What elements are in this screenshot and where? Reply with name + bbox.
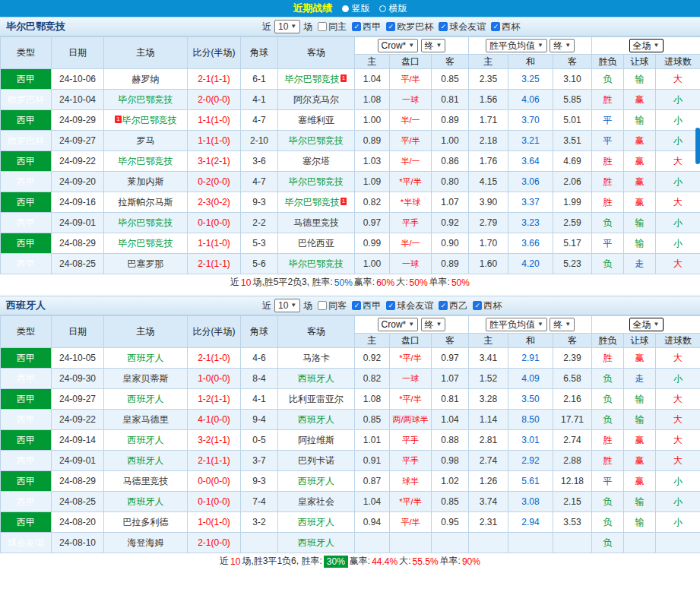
checkbox-same-venue[interactable]: 同主 <box>318 21 347 33</box>
team-link[interactable]: 阿尔克马尔 <box>293 94 339 105</box>
result-cell: 胜 <box>592 430 624 451</box>
team-link[interactable]: 巴伦西亚 <box>298 238 334 249</box>
asia-home-odds: 1.09 <box>355 172 390 192</box>
team-link[interactable]: 西班牙人 <box>128 435 164 445</box>
radio-vertical-layout[interactable]: 竖版 <box>342 2 370 15</box>
europe-time-select[interactable]: 终 ▼ <box>550 39 575 52</box>
near-count-select[interactable]: 10 ▼ <box>274 299 300 312</box>
match-type: 西甲 <box>1 192 52 213</box>
team-link[interactable]: 毕尔巴鄂竞技 <box>119 156 173 166</box>
team-link[interactable]: 巴拉多利德 <box>123 517 169 527</box>
asia-handicap: 平手 <box>390 213 432 233</box>
team-link[interactable]: 皇家社会 <box>298 496 334 507</box>
team-link[interactable]: 西班牙人 <box>298 476 334 486</box>
asia-away-odds: 0.89 <box>432 110 469 131</box>
away-team-cell: 西班牙人 <box>278 410 355 430</box>
scrollbar-thumb[interactable] <box>695 128 700 164</box>
team-link[interactable]: 马德里竞技 <box>293 217 339 228</box>
score-cell: 0-2(0-0) <box>188 172 241 192</box>
checkbox-league-laliga[interactable]: 西甲 <box>352 21 381 33</box>
team-link[interactable]: 毕尔巴鄂竞技 <box>289 135 344 146</box>
checkbox-league-copa[interactable]: 西杯 <box>473 299 502 312</box>
team-link[interactable]: 西班牙人 <box>128 394 164 404</box>
team-link[interactable]: 毕尔巴鄂竞技 <box>119 238 173 249</box>
filter-bar: 近 10 ▼ 场 同客 西甲 球会友谊 <box>262 299 502 312</box>
match-type: 西甲 <box>1 369 52 389</box>
team-link[interactable]: 毕尔巴鄂竞技 <box>285 74 340 84</box>
team-link[interactable]: 毕尔巴鄂竞技 <box>119 94 173 105</box>
col-corner: 角球 <box>241 316 278 348</box>
odds-company-select[interactable]: Crow* ▼ <box>378 39 419 52</box>
team-link[interactable]: 马洛卡 <box>302 353 330 363</box>
match-date: 24-09-20 <box>52 172 104 192</box>
near-count-select[interactable]: 10 ▼ <box>274 20 300 33</box>
team-link[interactable]: 巴塞罗那 <box>128 258 164 269</box>
match-row: 西甲24-09-01西班牙人2-1(1-1)3-7巴列卡诺0.91平手0.982… <box>1 451 700 471</box>
goals-cell: 小 <box>656 369 700 389</box>
team-link[interactable]: 毕尔巴鄂竞技 <box>119 217 173 228</box>
europe-odds-select[interactable]: 胜平负均值 ▼ <box>486 39 547 52</box>
team-link[interactable]: 西班牙人 <box>128 455 164 466</box>
odds-company-select[interactable]: Crow* ▼ <box>378 318 419 331</box>
checkbox-league-segunda[interactable]: 西乙 <box>439 299 467 312</box>
asia-away-odds: 0.85 <box>432 492 469 512</box>
team-link[interactable]: 西班牙人 <box>298 517 334 527</box>
team-link[interactable]: 西班牙人 <box>298 537 334 548</box>
team-link[interactable]: 海登海姆 <box>128 537 164 548</box>
team-link[interactable]: 巴列卡诺 <box>298 455 334 466</box>
checkbox-league-copa[interactable]: 西杯 <box>491 21 520 33</box>
team-link[interactable]: 阿拉维斯 <box>298 435 334 445</box>
team-link[interactable]: 塞维利亚 <box>298 115 334 125</box>
result-cell: 胜 <box>592 348 624 369</box>
team-link[interactable]: 比利亚雷亚尔 <box>289 394 344 404</box>
team-link[interactable]: 塞尔塔 <box>302 156 330 166</box>
team-link[interactable]: 毕尔巴鄂竞技 <box>289 176 344 187</box>
checkbox-league-friendly[interactable]: 球会友谊 <box>386 299 433 312</box>
team-link[interactable]: 西班牙人 <box>128 496 164 507</box>
checkbox-icon <box>318 22 327 31</box>
asia-home-odds <box>355 533 390 553</box>
home-team-cell: 毕尔巴鄂竞技 <box>104 233 188 254</box>
checkbox-league-laliga[interactable]: 西甲 <box>352 299 381 312</box>
home-team-cell: 赫罗纳 <box>104 69 188 90</box>
team-link[interactable]: 毕尔巴鄂竞技 <box>122 115 177 125</box>
team-link[interactable]: 赫罗纳 <box>132 74 160 84</box>
team-link[interactable]: 拉斯帕尔马斯 <box>119 197 173 207</box>
checkbox-same-venue[interactable]: 同客 <box>318 299 347 312</box>
away-team-cell: 塞尔塔 <box>278 151 355 172</box>
team-link[interactable]: 马德里竞技 <box>123 476 169 486</box>
scope-select[interactable]: 全场 ▼ <box>629 318 664 331</box>
team-link[interactable]: 皇家贝蒂斯 <box>123 373 169 384</box>
asia-home-odds: 1.00 <box>355 110 390 131</box>
checkbox-league-friendly[interactable]: 球会友谊 <box>439 21 486 33</box>
summary-segment: 10 <box>241 277 251 288</box>
radio-horizontal-layout[interactable]: 横版 <box>379 2 407 15</box>
handicap-result-cell: 输 <box>624 110 656 131</box>
team-link[interactable]: 西班牙人 <box>298 373 334 384</box>
asia-away-odds: 0.90 <box>432 233 469 254</box>
team-link[interactable]: 毕尔巴鄂竞技 <box>289 258 344 269</box>
result-cell: 胜 <box>592 90 624 110</box>
scope-select[interactable]: 全场 ▼ <box>629 39 664 52</box>
handicap-result-cell: 输 <box>624 233 656 254</box>
col-europe-draw: 和 <box>508 334 553 348</box>
team-link[interactable]: 西班牙人 <box>128 353 164 363</box>
europe-time-select[interactable]: 终 ▼ <box>550 318 575 331</box>
team-link[interactable]: 西班牙人 <box>298 414 334 425</box>
match-row: 西甲24-09-30皇家贝蒂斯1-0(0-0)8-4西班牙人0.82一球1.07… <box>1 369 700 389</box>
team-link[interactable]: 皇家马德里 <box>123 414 169 425</box>
europe-odds-select[interactable]: 胜平负均值 ▼ <box>486 318 547 331</box>
asia-home-odds: 0.99 <box>355 233 390 254</box>
asia-time-select[interactable]: 终 ▼ <box>421 39 446 52</box>
europe-home-odds: 3.41 <box>469 348 508 369</box>
corner-cell: 7-4 <box>241 492 278 512</box>
team-link[interactable]: 罗马 <box>137 135 155 146</box>
asia-time-select[interactable]: 终 ▼ <box>421 318 446 331</box>
goals-cell: 小 <box>656 512 700 533</box>
summary-segment: 单率: <box>429 276 450 289</box>
team-link[interactable]: 毕尔巴鄂竞技 <box>285 197 340 207</box>
team-link[interactable]: 莱加内斯 <box>128 176 164 187</box>
checkbox-league-europa[interactable]: 欧罗巴杯 <box>386 21 433 33</box>
radio-unselected-icon <box>379 5 386 12</box>
europe-away-odds: 5.01 <box>553 110 592 131</box>
